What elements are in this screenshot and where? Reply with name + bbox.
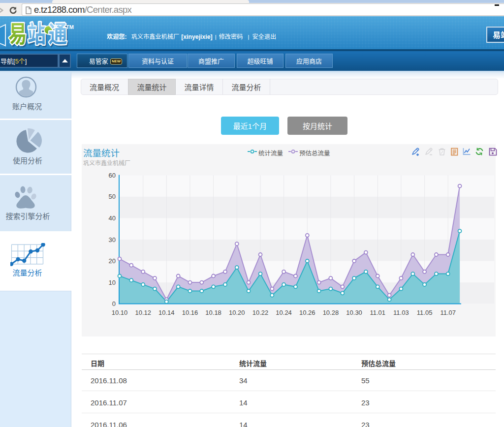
svg-text:通: 通 xyxy=(49,20,67,49)
svg-text:30: 30 xyxy=(109,236,116,244)
svg-text:10.20: 10.20 xyxy=(229,309,245,316)
svg-text:40: 40 xyxy=(109,214,116,222)
svg-text:10.30: 10.30 xyxy=(346,309,362,316)
svg-text:50: 50 xyxy=(109,193,116,200)
svg-text:10.28: 10.28 xyxy=(323,309,339,316)
svg-text:20: 20 xyxy=(109,257,116,265)
svg-text:10.26: 10.26 xyxy=(299,309,315,316)
svg-text:10.10: 10.10 xyxy=(112,309,128,316)
svg-text:10.22: 10.22 xyxy=(252,309,269,316)
svg-text:易: 易 xyxy=(8,20,27,49)
svg-text:10.24: 10.24 xyxy=(276,309,292,316)
svg-text:0: 0 xyxy=(112,300,116,307)
svg-text:11.07: 11.07 xyxy=(440,309,456,316)
svg-text:10.18: 10.18 xyxy=(205,309,221,316)
svg-text:10: 10 xyxy=(109,279,116,286)
svg-text:11.05: 11.05 xyxy=(417,309,433,316)
svg-text:11.03: 11.03 xyxy=(393,309,409,316)
svg-text:11.01: 11.01 xyxy=(370,309,386,316)
svg-text:10.12: 10.12 xyxy=(135,309,151,316)
svg-text:60: 60 xyxy=(109,172,116,179)
svg-text:10.16: 10.16 xyxy=(182,309,198,316)
svg-text:10.14: 10.14 xyxy=(158,309,175,316)
svg-text:站: 站 xyxy=(28,20,46,49)
